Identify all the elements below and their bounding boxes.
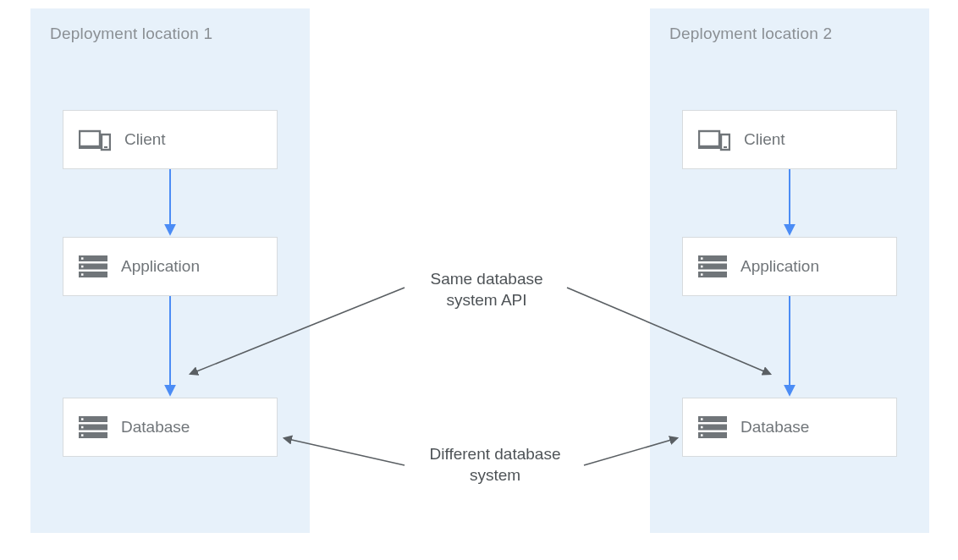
svg-rect-23 (701, 257, 703, 260)
svg-rect-31 (701, 434, 703, 436)
svg-rect-14 (81, 426, 84, 429)
region-title-2: Deployment location 2 (669, 25, 910, 43)
svg-rect-16 (699, 131, 719, 146)
client-label-1: Client (124, 130, 166, 149)
svg-rect-7 (81, 257, 84, 260)
storage-bars-icon (79, 255, 107, 277)
client-node-2: Client (682, 110, 897, 169)
svg-rect-24 (701, 266, 703, 268)
database-node-2: Database (682, 398, 897, 457)
svg-rect-25 (701, 273, 703, 276)
database-label-1: Database (121, 418, 190, 436)
client-node-1: Client (63, 110, 278, 169)
database-label-2: Database (741, 418, 809, 436)
svg-rect-1 (79, 146, 102, 149)
svg-rect-9 (81, 273, 84, 276)
client-label-2: Client (744, 130, 785, 149)
storage-bars-icon (698, 416, 727, 438)
svg-rect-3 (104, 146, 107, 148)
storage-bars-icon (79, 416, 107, 438)
application-label-2: Application (741, 257, 819, 276)
svg-rect-17 (698, 146, 722, 149)
svg-rect-8 (81, 266, 84, 268)
region-title-1: Deployment location 1 (50, 25, 290, 43)
svg-rect-19 (724, 146, 727, 148)
client-devices-icon (698, 128, 730, 151)
application-node-2: Application (682, 237, 897, 296)
svg-rect-13 (81, 418, 84, 420)
svg-rect-15 (81, 434, 84, 436)
svg-rect-30 (701, 426, 703, 429)
database-node-1: Database (63, 398, 278, 457)
svg-rect-0 (80, 131, 100, 146)
svg-rect-29 (701, 418, 703, 420)
different-db-annotation: Different database system (406, 444, 584, 486)
client-devices-icon (79, 128, 111, 151)
application-node-1: Application (63, 237, 278, 296)
same-api-annotation: Same database system API (406, 269, 567, 310)
storage-bars-icon (698, 255, 727, 277)
application-label-1: Application (121, 257, 200, 276)
